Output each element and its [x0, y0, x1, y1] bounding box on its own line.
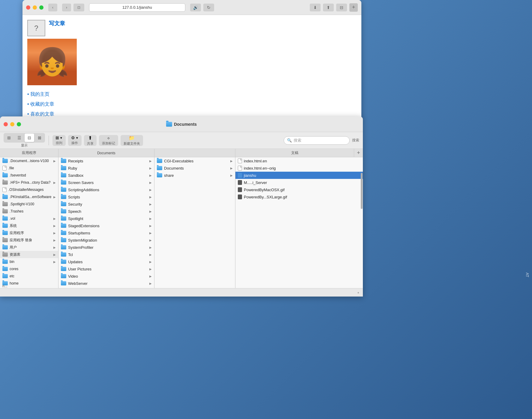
- view-column-btn[interactable]: ⊟: [25, 134, 34, 142]
- mid-item-share[interactable]: share ▶: [154, 172, 235, 179]
- sidebar-item[interactable]: .OSInstallerMessages: [0, 186, 58, 193]
- col-header-sidebar: 应用程序: [0, 149, 58, 157]
- docs-item-security[interactable]: Security ▶: [58, 200, 154, 208]
- docs-item-ruby[interactable]: Ruby ▶: [58, 164, 154, 172]
- share-button[interactable]: ⬆ 共享: [84, 135, 97, 146]
- forward-button[interactable]: ›: [62, 4, 71, 11]
- right-item-poweredbymacosx[interactable]: PoweredByMacOSX.gif: [235, 186, 363, 193]
- docs-item-userpictures[interactable]: User Pictures ▶: [58, 265, 154, 273]
- finder-maximize-button[interactable]: [17, 122, 21, 126]
- sidebar-item[interactable]: .fseventsd: [0, 172, 58, 179]
- action-button[interactable]: ⚙ ▼ 操作: [68, 135, 82, 146]
- sidebar-item-system[interactable]: 系统 ▶: [0, 222, 58, 229]
- sidebar-item[interactable]: .Spotlight-V100: [0, 200, 58, 208]
- right-item-indexen[interactable]: index.html.en: [235, 157, 363, 164]
- new-folder-button[interactable]: 📁 新建文件夹: [121, 135, 143, 146]
- right-item-indexenorig[interactable]: index.html.en~orig: [235, 164, 363, 172]
- folder-icon: [61, 260, 66, 264]
- docs-item-label: Spotlight: [68, 216, 83, 221]
- sidebar-item-bin[interactable]: bin ▶: [0, 258, 58, 265]
- browser-titlebar: ‹ › ⊡ 127.0.0.1/jianshu 🔊 ↻ ⬇ ⬆ ⊟ +: [22, 0, 361, 15]
- close-button[interactable]: [26, 5, 30, 10]
- sidebar-item[interactable]: .Document...isions-V100 ▶: [0, 157, 58, 164]
- col-header-documents: Documents: [97, 151, 115, 155]
- sidebar-item-users[interactable]: 用户 ▶: [0, 244, 58, 251]
- docs-item-label: StagedExtensions: [68, 224, 100, 228]
- docs-item-scripts[interactable]: Scripts ▶: [58, 193, 154, 200]
- docs-item-spotlight[interactable]: Spotlight ▶: [58, 215, 154, 222]
- sidebar-item[interactable]: .file: [0, 164, 58, 172]
- col-header-wenzhai: 文稿: [291, 150, 298, 155]
- write-article-link[interactable]: 写文章: [49, 20, 65, 27]
- sidebar-item[interactable]: .PKInstallSa...emSoftware ▶: [0, 193, 58, 200]
- sidebar-item-label: .Spotlight-V100: [10, 202, 34, 206]
- view-list-btn[interactable]: ☰: [14, 134, 24, 142]
- sidebar-item-apps[interactable]: 应用程序 ▶: [0, 229, 58, 237]
- docs-item-sandbox[interactable]: Sandbox ▶: [58, 172, 154, 179]
- right-item-mserver[interactable]: M.....i_Server: [235, 179, 363, 186]
- sidebar-item-label: .fseventsd: [10, 173, 26, 177]
- folder-icon: [61, 224, 66, 228]
- docs-item-systemprofiler[interactable]: SystemProfiler ▶: [58, 244, 154, 251]
- docs-item-systemmigration[interactable]: SystemMigration ▶: [58, 237, 154, 244]
- docs-item-speech[interactable]: Speech ▶: [58, 208, 154, 215]
- address-bar[interactable]: 127.0.0.1/jianshu: [89, 3, 185, 12]
- docs-item-label: Ruby: [68, 166, 77, 170]
- docs-item-scriptingadditions[interactable]: ScriptingAdditions ▶: [58, 186, 154, 193]
- docs-item-tcl[interactable]: Tcl ▶: [58, 251, 154, 258]
- back-button[interactable]: ‹: [48, 4, 57, 11]
- view-gallery-btn[interactable]: ⊠: [35, 134, 44, 142]
- arrow-icon: ▶: [53, 231, 56, 235]
- sort-button[interactable]: ⊠ ▼ 排列: [52, 135, 66, 146]
- folder-icon: [2, 216, 8, 221]
- finder-window: Documents ⊞ ☰ ⊟ ⊠ 显示 ⊠ ▼ 排列 ⚙ ▼: [0, 116, 363, 297]
- docs-item-stagedextensions[interactable]: StagedExtensions ▶: [58, 222, 154, 229]
- sound-button[interactable]: 🔊: [190, 4, 201, 11]
- docs-item-startupitems[interactable]: StartupItems ▶: [58, 229, 154, 237]
- mid-column: CGI-Executables ▶ Documents ▶ share ▶: [154, 157, 235, 288]
- my-homepage-link[interactable]: 我的主页: [27, 91, 357, 98]
- right-item-jianshu[interactable]: jianshu: [235, 172, 363, 179]
- minimize-button[interactable]: [33, 5, 37, 10]
- mid-item-documents[interactable]: Documents ▶: [154, 164, 235, 172]
- docs-item-updates[interactable]: Updates ▶: [58, 258, 154, 265]
- new-tab-button[interactable]: +: [349, 3, 358, 12]
- sidebar-item-home[interactable]: home: [0, 280, 58, 287]
- tag-button[interactable]: ⬦ 添加标记: [99, 135, 118, 146]
- collected-articles-link[interactable]: 收藏的文章: [27, 101, 357, 107]
- sidebar-item-etc[interactable]: etc: [0, 273, 58, 280]
- sidebar-item[interactable]: .Trashes: [0, 208, 58, 215]
- display-label: 显示: [21, 143, 28, 148]
- add-column-button[interactable]: +: [357, 291, 359, 294]
- folder-icon: [61, 173, 66, 177]
- docs-item-receipts[interactable]: Receipts ▶: [58, 157, 154, 164]
- sidebar-item-cores[interactable]: cores: [0, 265, 58, 273]
- folder-icon: [157, 159, 162, 163]
- finder-close-button[interactable]: [4, 122, 8, 126]
- search-box[interactable]: 🔍 搜索: [284, 136, 350, 145]
- maximize-button[interactable]: [39, 5, 43, 10]
- docs-item-screensavers[interactable]: Screen Savers ▶: [58, 179, 154, 186]
- mid-item-cgi[interactable]: CGI-Executables ▶: [154, 157, 235, 164]
- download-button[interactable]: ⬇: [310, 4, 321, 11]
- reload-button[interactable]: ↻: [203, 4, 214, 11]
- tab-view-button[interactable]: ⊡: [73, 4, 84, 11]
- arrow-icon: ▶: [149, 282, 152, 285]
- sidebar-item[interactable]: .HFS+ Priva...ctory Data? ▶: [0, 179, 58, 186]
- sidebar-item[interactable]: .vol ▶: [0, 215, 58, 222]
- finder-minimize-button[interactable]: [10, 122, 14, 126]
- share-button[interactable]: ⬆: [323, 4, 334, 11]
- tab-expand-button[interactable]: ⊟: [336, 4, 347, 11]
- sidebar-item-label: 系统: [10, 223, 17, 228]
- sidebar-item-library[interactable]: 资源库 ▶: [0, 251, 58, 258]
- newdir-label: 新建文件夹: [124, 141, 140, 146]
- sidebar-item-apps-alias[interactable]: 应用程序 替身 ▶: [0, 237, 58, 244]
- docs-item-webserver[interactable]: WebServer ▶: [58, 280, 154, 287]
- folder-icon: [166, 122, 172, 127]
- action-label: 操作: [71, 141, 78, 145]
- sidebar-item-label: .PKInstallSa...emSoftware: [10, 195, 51, 199]
- right-item-poweredbysxlarge[interactable]: PoweredBy...SXLarge.gif: [235, 193, 363, 200]
- view-icon-btn[interactable]: ⊞: [4, 134, 14, 142]
- add-icon: +: [357, 291, 359, 294]
- docs-item-video[interactable]: Video ▶: [58, 273, 154, 280]
